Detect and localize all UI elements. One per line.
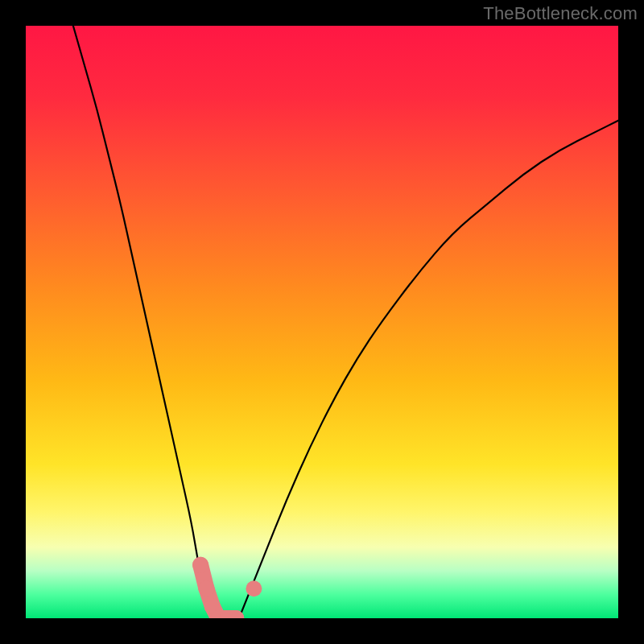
gradient-background: [26, 26, 618, 618]
chart-svg: [26, 26, 618, 618]
marker-dot: [246, 580, 262, 597]
marker-dot: [198, 580, 214, 597]
plot-area: [26, 26, 618, 618]
chart-frame: TheBottleneck.com: [0, 0, 644, 644]
marker-dot: [192, 557, 208, 573]
watermark-text: TheBottleneck.com: [483, 3, 638, 24]
